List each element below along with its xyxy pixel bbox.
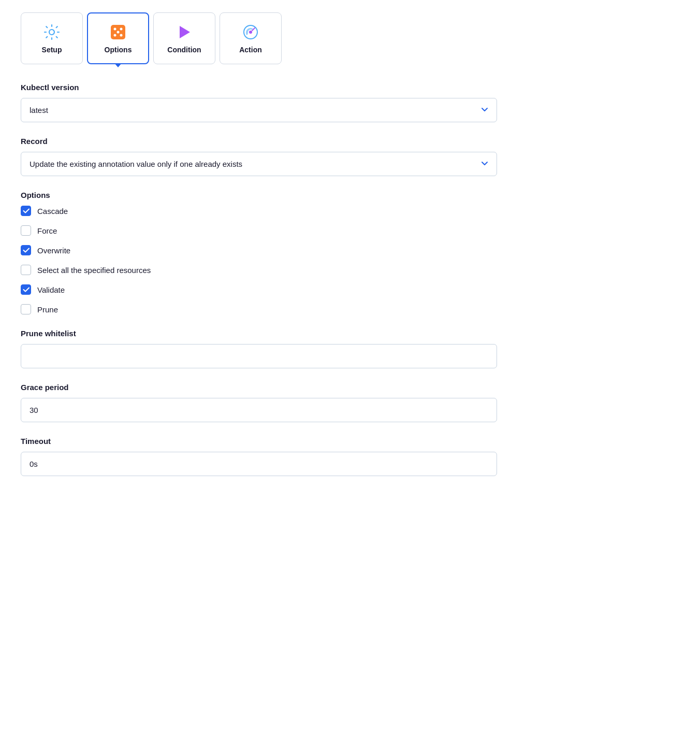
svg-point-5 bbox=[120, 34, 123, 37]
checkbox-overwrite[interactable]: Overwrite bbox=[21, 245, 679, 255]
kubectl-version-section: Kubectl version latest 1.28 1.27 1.26 bbox=[21, 83, 679, 122]
kubectl-version-select[interactable]: latest 1.28 1.27 1.26 bbox=[21, 98, 497, 122]
checkbox-cascade[interactable]: Cascade bbox=[21, 206, 679, 216]
kubectl-version-wrapper: latest 1.28 1.27 1.26 bbox=[21, 98, 497, 122]
tab-action[interactable]: Action bbox=[220, 12, 282, 64]
select-all-label: Select all the specified resources bbox=[37, 266, 151, 275]
setup-icon bbox=[42, 23, 61, 41]
timeout-section: Timeout bbox=[21, 437, 679, 476]
validate-label: Validate bbox=[37, 285, 65, 294]
force-checkbox[interactable] bbox=[21, 225, 31, 236]
svg-point-6 bbox=[117, 31, 120, 34]
force-label: Force bbox=[37, 226, 57, 235]
tabs-container: Setup Options Condition bbox=[21, 12, 679, 64]
record-label: Record bbox=[21, 137, 679, 146]
svg-marker-7 bbox=[180, 26, 190, 38]
checkbox-force[interactable]: Force bbox=[21, 225, 679, 236]
svg-point-3 bbox=[120, 28, 123, 31]
grace-period-section: Grace period bbox=[21, 383, 679, 422]
cascade-label: Cascade bbox=[37, 207, 68, 216]
overwrite-checkbox[interactable] bbox=[21, 245, 31, 255]
grace-period-input[interactable] bbox=[21, 398, 497, 422]
svg-point-0 bbox=[49, 30, 54, 35]
validate-checkbox[interactable] bbox=[21, 284, 31, 295]
select-all-checkbox[interactable] bbox=[21, 265, 31, 275]
checkbox-validate[interactable]: Validate bbox=[21, 284, 679, 295]
svg-point-9 bbox=[249, 31, 252, 34]
action-icon bbox=[241, 23, 260, 41]
grace-period-label: Grace period bbox=[21, 383, 679, 392]
prune-whitelist-input[interactable] bbox=[21, 344, 497, 368]
options-section-label: Options bbox=[21, 191, 679, 199]
prune-checkbox[interactable] bbox=[21, 304, 31, 314]
checkbox-group: Cascade Force Overwrite Select all the s… bbox=[21, 206, 679, 314]
record-section: Record Update the existing annotation va… bbox=[21, 137, 679, 176]
svg-point-4 bbox=[114, 34, 116, 37]
checkbox-prune[interactable]: Prune bbox=[21, 304, 679, 314]
condition-icon bbox=[175, 23, 194, 41]
checkbox-select-all[interactable]: Select all the specified resources bbox=[21, 265, 679, 275]
tab-condition[interactable]: Condition bbox=[153, 12, 215, 64]
tab-condition-label: Condition bbox=[167, 46, 201, 54]
tab-options[interactable]: Options bbox=[87, 12, 149, 64]
tab-setup[interactable]: Setup bbox=[21, 12, 83, 64]
prune-whitelist-section: Prune whitelist bbox=[21, 329, 679, 368]
timeout-input[interactable] bbox=[21, 452, 497, 476]
timeout-label: Timeout bbox=[21, 437, 679, 446]
options-section: Options Cascade Force Overwrite Se bbox=[21, 191, 679, 314]
record-wrapper: Update the existing annotation value onl… bbox=[21, 152, 497, 176]
record-select[interactable]: Update the existing annotation value onl… bbox=[21, 152, 497, 176]
prune-label: Prune bbox=[37, 305, 58, 314]
tab-setup-label: Setup bbox=[42, 46, 62, 54]
kubectl-version-label: Kubectl version bbox=[21, 83, 679, 92]
options-icon bbox=[109, 23, 127, 41]
tab-options-label: Options bbox=[105, 46, 132, 54]
cascade-checkbox[interactable] bbox=[21, 206, 31, 216]
prune-whitelist-label: Prune whitelist bbox=[21, 329, 679, 338]
tab-action-label: Action bbox=[239, 46, 262, 54]
overwrite-label: Overwrite bbox=[37, 246, 70, 255]
svg-point-2 bbox=[114, 28, 116, 31]
